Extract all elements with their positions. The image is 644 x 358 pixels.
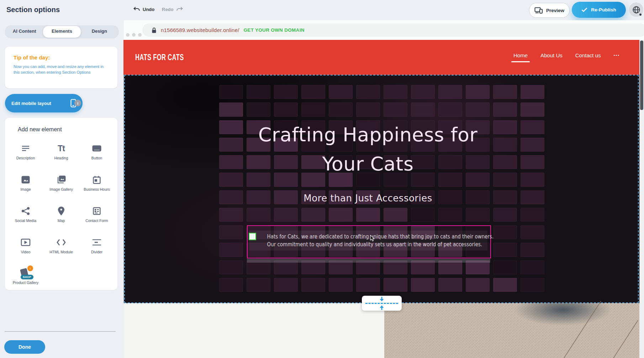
mosaic-tile [384, 208, 407, 222]
lock-icon [152, 27, 157, 33]
mosaic-tile [274, 102, 298, 116]
republish-button[interactable]: Re-Publish [572, 2, 626, 18]
mosaic-tile [219, 225, 243, 239]
redo-label: Redo [162, 7, 174, 12]
element-social-media[interactable]: Social Media [8, 202, 43, 234]
element-map[interactable]: Map [43, 202, 79, 234]
mosaic-tile [411, 208, 435, 222]
shop-phone-icon: ↑ SHOP [20, 268, 32, 279]
element-video[interactable]: Video [8, 234, 43, 265]
nav-home[interactable]: Home [513, 52, 528, 58]
hero-heading[interactable]: Crafting Happiness for Your Cats [243, 120, 492, 179]
preview-button[interactable]: Preview [529, 3, 570, 18]
mosaic-tile [521, 260, 544, 274]
hero-subheading[interactable]: More than Just Accessories [243, 193, 492, 204]
mosaic-tile [466, 278, 490, 292]
mosaic-tile [521, 138, 544, 152]
edit-mobile-label: Edit mobile layout [11, 101, 51, 106]
element-description[interactable]: Description [8, 140, 43, 171]
mosaic-tile [493, 138, 517, 152]
tile-grout-line [559, 301, 601, 358]
devices-icon [534, 7, 543, 14]
preview-scrollbar[interactable] [639, 40, 644, 358]
panel-tabs: AI Content Elements Design [5, 25, 119, 38]
tab-design[interactable]: Design [81, 26, 118, 38]
edit-mobile-layout-button[interactable]: Edit mobile layout [5, 94, 83, 112]
window-dot [132, 33, 136, 37]
element-heading[interactable]: Tt Heading [43, 140, 79, 171]
globe-icon [632, 6, 640, 14]
mosaic-tile [438, 278, 462, 292]
mosaic-tile [219, 173, 243, 186]
mosaic-tile [329, 278, 353, 292]
element-image[interactable]: Image [8, 171, 43, 202]
mosaic-tile [329, 85, 353, 99]
divider-icon [92, 237, 102, 248]
language-globe-button[interactable] [629, 2, 643, 17]
mosaic-tile [493, 243, 517, 257]
element-divider[interactable]: Divider [79, 234, 115, 265]
globe-dot [639, 14, 642, 16]
mosaic-tile [356, 208, 380, 222]
mosaic-tile [301, 278, 325, 292]
element-contact-form[interactable]: Contact Form [79, 202, 115, 234]
address-bar[interactable]: n1566589.websitebuilder.online/ GET YOUR… [142, 23, 644, 37]
mouse-cursor [370, 235, 375, 242]
get-domain-link[interactable]: GET YOUR OWN DOMAIN [244, 27, 305, 33]
site-header: HATS FOR CATS Home About Us Contact us •… [123, 40, 639, 75]
preview-label: Preview [546, 8, 564, 13]
mosaic-tile [438, 102, 462, 116]
scrollbar-thumb[interactable] [640, 41, 643, 110]
mosaic-tile [521, 243, 544, 257]
form-icon [93, 205, 101, 217]
mosaic-tile [219, 190, 243, 204]
done-button[interactable]: Done [4, 340, 45, 354]
url-text[interactable]: n1566589.websitebuilder.online/ [161, 27, 239, 33]
nav-about-us[interactable]: About Us [540, 52, 563, 58]
element-product-gallery[interactable]: ↑ SHOP Product Gallery [8, 265, 43, 296]
undo-button[interactable]: Undo [133, 5, 154, 14]
hero-paragraph[interactable]: Hats for Cats, we are dedicated to craft… [248, 233, 490, 248]
section-resize-handle[interactable] [362, 296, 402, 311]
heading-icon: Tt [58, 143, 65, 154]
mosaic-tile [521, 173, 544, 186]
mosaic-tile [411, 278, 435, 292]
site-logo[interactable]: HATS FOR CATS [135, 53, 184, 62]
mosaic-tile [493, 278, 517, 292]
add-element-card: Add new element Description Tt Heading B… [5, 118, 117, 290]
mosaic-tile [438, 85, 462, 99]
element-button[interactable]: Button [79, 140, 115, 171]
mosaic-tile [521, 208, 544, 222]
shop-badge: SHOP [21, 275, 33, 279]
tab-ai-content[interactable]: AI Content [6, 26, 43, 38]
mosaic-tile [384, 278, 407, 292]
mosaic-tile [301, 102, 325, 116]
element-html-module[interactable]: HTML Module [43, 234, 79, 265]
element-business-hours[interactable]: Business Hours [79, 171, 115, 202]
element-image-gallery[interactable]: Image Gallery [43, 171, 79, 202]
mosaic-tile [247, 208, 270, 222]
tab-elements[interactable]: Elements [43, 26, 80, 38]
mosaic-tile [219, 208, 243, 222]
redo-icon [176, 6, 183, 12]
redo-button[interactable]: Redo [162, 5, 183, 14]
mosaic-tile [329, 208, 353, 222]
window-controls [126, 33, 142, 37]
nav-contact-us[interactable]: Contact us [575, 52, 601, 58]
mosaic-tile [493, 102, 517, 116]
info-icon[interactable]: i [74, 100, 81, 106]
selected-text-element[interactable]: Hats for Cats, we are dedicated to craft… [247, 225, 491, 258]
mosaic-tile [493, 155, 517, 169]
paragraph-line-1: Hats for Cats, we are dedicated to craft… [267, 233, 471, 241]
mosaic-tile [219, 138, 243, 152]
nav-more-icon[interactable]: ••• [613, 53, 620, 57]
page-title: Section options [6, 6, 60, 14]
image-gallery-icon [56, 174, 66, 185]
mosaic-tile [466, 208, 490, 222]
mosaic-tile [493, 208, 517, 222]
hero-section[interactable]: Crafting Happiness for Your Cats More th… [124, 75, 639, 303]
mosaic-tile [521, 278, 544, 292]
tip-card: Tip of the day: Now you can add, move an… [5, 47, 117, 88]
mosaic-tile [219, 243, 243, 257]
mosaic-tile [493, 173, 517, 186]
